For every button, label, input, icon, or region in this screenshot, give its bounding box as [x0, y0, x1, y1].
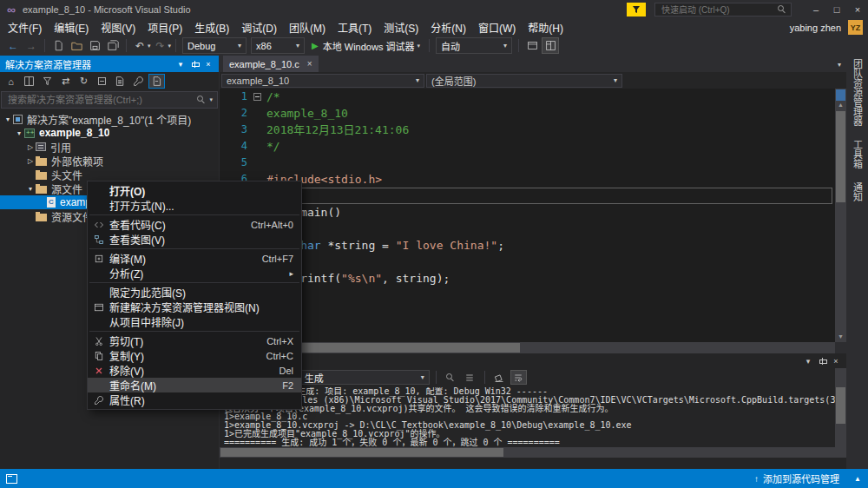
tree-item[interactable]: ▷引用	[0, 140, 219, 154]
redo-dropdown-icon[interactable]: ▾	[168, 43, 172, 49]
close-panel-icon[interactable]: ×	[829, 353, 843, 368]
new-file-icon[interactable]	[49, 37, 67, 54]
code-line[interactable]: 4*/	[220, 138, 835, 155]
context-menu-item[interactable]: 新建解决方案资源管理器视图(N)	[88, 300, 301, 314]
tree-item[interactable]: ▷外部依赖项	[0, 154, 219, 168]
menubar-item[interactable]: 帮助(H)	[522, 18, 569, 36]
sync-active-document-icon[interactable]: ⇄	[57, 74, 74, 89]
solution-search-box[interactable]: ▾	[1, 91, 218, 109]
context-menu-item[interactable]: 分析(Z)▸	[88, 266, 301, 280]
close-tab-icon[interactable]: ×	[307, 59, 312, 69]
toggle-word-wrap-icon[interactable]	[510, 370, 527, 385]
scrollbar-thumb[interactable]	[220, 448, 503, 457]
close-panel-icon[interactable]: ×	[201, 56, 215, 72]
members-dropdown[interactable]: (全局范围) ▾	[426, 74, 622, 88]
output-vertical-scrollbar[interactable]	[835, 368, 846, 458]
code-line[interactable]: 11	[220, 254, 835, 270]
expander-icon[interactable]: ▾	[14, 129, 24, 137]
code-editor[interactable]: 1/*2example_8_1032018年12月13日21:41:064*/5…	[220, 89, 835, 342]
tree-item[interactable]: 头文件	[0, 168, 219, 181]
go-to-message-icon[interactable]	[462, 370, 478, 385]
avatar[interactable]: YZ	[848, 20, 863, 35]
menubar-item[interactable]: 测试(S)	[378, 18, 424, 36]
solution-explorer-header[interactable]: 解决方案资源管理器 ▾ ×	[0, 56, 219, 72]
scroll-up-icon[interactable]: ▲	[835, 101, 846, 109]
platform-dropdown[interactable]: x86▾	[251, 37, 305, 54]
save-icon[interactable]	[86, 37, 103, 54]
properties-icon[interactable]	[130, 74, 147, 89]
menubar-item[interactable]: 调试(D)	[235, 18, 283, 36]
context-menu-item[interactable]: 从项目中排除(J)	[88, 314, 301, 329]
pending-filter-icon[interactable]	[39, 74, 56, 89]
navigate-forward-icon[interactable]: →	[23, 37, 40, 54]
code-line[interactable]: 1/*	[220, 89, 835, 105]
start-debugging-button[interactable]: ▶ 本地 Windows 调试器 ▾	[307, 37, 424, 54]
tree-item[interactable]: ▾解决方案"example_8_10"(1 个项目)	[0, 112, 219, 126]
context-menu-item[interactable]: 打开方式(N)...	[88, 198, 301, 213]
output-header[interactable]: 输出 ▾ ×	[220, 353, 846, 368]
window-position-chevron-icon[interactable]: ▾	[801, 353, 815, 368]
scroll-down-icon[interactable]: ▼	[835, 333, 846, 341]
menubar-item[interactable]: 窗口(W)	[472, 18, 522, 36]
code-line[interactable]: 8void main()	[220, 204, 835, 221]
context-menu-item[interactable]: 剪切(T)Ctrl+X	[88, 333, 301, 348]
expand-statusbar-icon[interactable]: ▲	[850, 475, 865, 483]
menubar-item[interactable]: 工具(T)	[332, 18, 378, 36]
undo-icon[interactable]: ↶	[131, 37, 148, 54]
quick-launch-input[interactable]	[660, 4, 778, 16]
code-line[interactable]: 14}	[220, 303, 835, 320]
menubar-item[interactable]: 文件(F)	[2, 18, 48, 36]
open-file-icon[interactable]	[68, 37, 85, 54]
solution-explorer-sync-icon[interactable]	[542, 37, 559, 54]
context-menu-item[interactable]: 查看类图(V)	[88, 232, 301, 247]
types-dropdown[interactable]: example_8_10 ▾	[221, 74, 424, 88]
menubar-item[interactable]: 生成(B)	[188, 18, 235, 36]
clear-all-icon[interactable]	[491, 370, 508, 385]
output-lines[interactable]: 1>------ 已启动生成: 项目: example_8_10, 配置: De…	[224, 387, 835, 446]
expander-icon[interactable]: ▾	[3, 115, 13, 123]
autohide-tab[interactable]: 团队资源管理器	[847, 59, 868, 126]
quick-launch-box[interactable]	[654, 3, 792, 16]
menubar-item[interactable]: 编辑(E)	[48, 18, 95, 36]
code-line[interactable]: 6#include<stdio.h>	[220, 171, 835, 188]
context-menu-item[interactable]: 移除(V)Del	[88, 363, 301, 378]
context-menu-item[interactable]: 打开(O)	[88, 183, 301, 198]
navigate-back-icon[interactable]: ←	[4, 37, 22, 54]
undo-dropdown-icon[interactable]: ▾	[148, 43, 151, 49]
window-position-chevron-icon[interactable]: ▾	[174, 56, 187, 72]
chevron-down-icon[interactable]: ▾	[209, 96, 213, 103]
file-health-indicator[interactable]	[836, 89, 845, 101]
home-icon[interactable]: ⌂	[3, 74, 19, 89]
user-name[interactable]: yabing zhen	[790, 23, 841, 33]
show-all-files-icon[interactable]	[112, 74, 128, 89]
switch-views-icon[interactable]	[21, 74, 37, 89]
expander-icon[interactable]: ▷	[25, 157, 36, 165]
code-line[interactable]: 5	[220, 155, 835, 171]
context-menu-item[interactable]: 属性(R)	[88, 392, 301, 407]
code-line[interactable]: 2example_8_10	[220, 105, 835, 122]
expander-icon[interactable]: ▷	[25, 143, 36, 151]
scrollbar-thumb[interactable]	[836, 111, 845, 202]
pin-icon[interactable]	[187, 56, 201, 72]
close-button[interactable]: ×	[847, 1, 868, 18]
fold-collapse-icon[interactable]	[253, 93, 261, 101]
output-horizontal-scrollbar[interactable]	[220, 447, 835, 458]
context-menu-item[interactable]: 限定为此范围(S)	[88, 285, 301, 300]
pin-icon[interactable]	[815, 353, 829, 368]
auto-dropdown[interactable]: 自动▾	[436, 37, 512, 54]
autohide-tab[interactable]: 通知	[847, 182, 868, 201]
context-menu-item[interactable]: 查看代码(C)Ctrl+Alt+0	[88, 217, 301, 232]
refresh-icon[interactable]: ↻	[76, 74, 92, 89]
scrollbar-thumb[interactable]	[836, 387, 845, 424]
find-message-icon[interactable]	[443, 370, 459, 385]
autohide-tab[interactable]: 工具箱	[847, 140, 868, 168]
add-to-source-control-button[interactable]: ↑ 添加到源代码管理	[754, 472, 839, 485]
tab-list-chevron-icon[interactable]: ▾	[838, 61, 841, 69]
save-all-icon[interactable]	[104, 37, 122, 54]
menubar-item[interactable]: 项目(P)	[141, 18, 188, 36]
document-tab[interactable]: example_8_10.c ×	[223, 56, 319, 72]
menubar-item[interactable]: 团队(M)	[283, 18, 332, 36]
maximize-button[interactable]: □	[826, 1, 847, 18]
feedback-filter-icon[interactable]	[627, 3, 646, 16]
solution-search-input[interactable]	[6, 94, 197, 106]
